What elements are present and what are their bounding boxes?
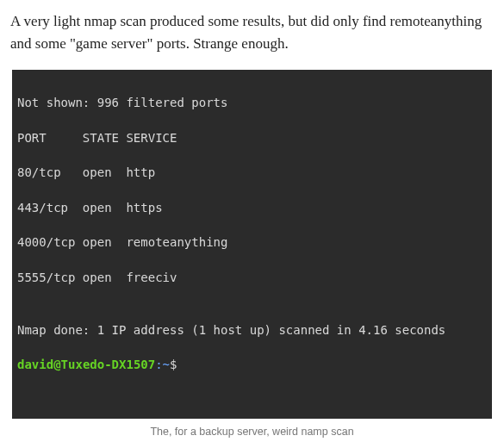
nmap-caption: The, for a backup server, weird namp sca… (9, 426, 495, 438)
prompt-path: :~ (155, 358, 170, 371)
prompt-dollar: $ (170, 358, 177, 371)
intro-paragraph: A very light nmap scan produced some res… (10, 10, 494, 56)
shell-prompt: david@Tuxedo-DX1507:~$ (17, 356, 492, 373)
nmap-line: Nmap done: 1 IP address (1 host up) scan… (17, 321, 492, 339)
nmap-line: 80/tcp open http (17, 164, 492, 181)
prompt-at: @ (53, 358, 60, 371)
prompt-user: david (17, 358, 53, 371)
nmap-terminal: Not shown: 996 filtered ports PORT STATE… (12, 70, 492, 420)
nmap-line: 443/tcp open https (17, 199, 492, 216)
prompt-host: Tuxedo-DX1507 (61, 358, 156, 371)
nmap-line: 4000/tcp open remoteanything (17, 233, 492, 251)
nmap-line: PORT STATE SERVICE (17, 129, 492, 146)
nmap-line: 5555/tcp open freeciv (17, 269, 492, 286)
article-fragment: A very light nmap scan produced some res… (0, 0, 504, 448)
nmap-line: Not shown: 996 filtered ports (17, 94, 492, 111)
